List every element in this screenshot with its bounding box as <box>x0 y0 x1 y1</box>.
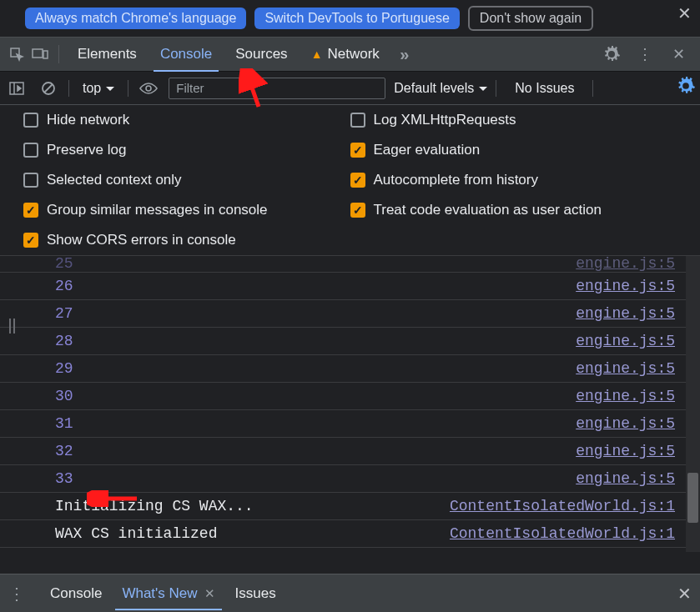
tab-network[interactable]: ▲ Network <box>300 38 391 71</box>
match-language-button[interactable]: Always match Chrome's language <box>25 8 246 29</box>
opt-label: Autocomplete from history <box>374 172 538 188</box>
log-number: 33 <box>55 470 80 487</box>
source-link[interactable]: engine.js:5 <box>576 360 675 377</box>
drawer-tab-label: What's New <box>122 585 197 602</box>
scrollbar[interactable] <box>686 256 700 552</box>
context-selector[interactable]: top <box>78 79 119 98</box>
more-tabs-icon[interactable]: » <box>391 43 415 66</box>
opt-label: Hide network <box>47 112 129 128</box>
checkbox-icon <box>23 203 38 218</box>
source-link[interactable]: engine.js:5 <box>576 388 675 404</box>
log-number: 28 <box>55 333 80 349</box>
svg-rect-2 <box>43 51 48 58</box>
gutter-handle-icon[interactable] <box>3 317 21 335</box>
divider <box>128 80 128 97</box>
source-link[interactable]: engine.js:5 <box>576 305 675 322</box>
divider <box>496 80 496 97</box>
tab-console[interactable]: Console <box>149 38 224 71</box>
sidebar-toggle-icon[interactable] <box>5 77 28 100</box>
log-row[interactable]: 32engine.js:5 <box>0 438 700 465</box>
devtools-tab-bar: Elements Console Sources ▲ Network » ⋮ ✕ <box>0 37 700 72</box>
close-devtools-icon[interactable]: ✕ <box>667 43 690 66</box>
drawer-tab-issues[interactable]: Issues <box>225 577 286 610</box>
opt-show-cors[interactable]: Show CORS errors in console <box>23 232 350 248</box>
source-link[interactable]: ContentIsolatedWorld.js:1 <box>450 498 675 514</box>
log-row[interactable]: 28engine.js:5 <box>0 328 700 355</box>
checkbox-icon <box>23 233 38 248</box>
opt-eager-eval[interactable]: Eager evaluation <box>350 142 677 158</box>
device-toolbar-icon[interactable] <box>28 43 52 66</box>
opt-log-xhr[interactable]: Log XMLHttpRequests <box>350 112 677 128</box>
log-row[interactable]: 29engine.js:5 <box>0 355 700 383</box>
source-link[interactable]: engine.js:5 <box>576 443 675 459</box>
source-link[interactable]: engine.js:5 <box>576 415 675 432</box>
language-bar: Always match Chrome's language Switch De… <box>0 0 700 37</box>
context-label: top <box>83 81 101 96</box>
log-number: 29 <box>55 360 80 377</box>
kebab-menu-icon[interactable]: ⋮ <box>633 43 657 66</box>
source-link[interactable]: engine.js:5 <box>576 255 675 272</box>
drawer-tab-console[interactable]: Console <box>40 577 112 610</box>
kebab-menu-icon[interactable]: ⋮ <box>8 584 25 604</box>
log-row[interactable]: 25 engine.js:5 <box>0 256 700 273</box>
drawer-tab-whats-new[interactable]: What's New ✕ <box>112 577 224 610</box>
source-link[interactable]: engine.js:5 <box>576 470 675 487</box>
svg-line-6 <box>44 84 53 93</box>
log-row[interactable]: 31engine.js:5 <box>0 410 700 438</box>
filter-input[interactable] <box>169 78 385 99</box>
log-level-selector[interactable]: Default levels <box>394 81 487 96</box>
opt-autocomplete[interactable]: Autocomplete from history <box>350 172 677 188</box>
opt-label: Show CORS errors in console <box>47 232 236 248</box>
switch-language-button[interactable]: Switch DevTools to Portuguese <box>254 8 459 29</box>
log-row[interactable]: WAX CS initializedContentIsolatedWorld.j… <box>0 520 700 548</box>
console-log-area: 25 engine.js:5 26engine.js:527engine.js:… <box>0 255 700 552</box>
log-number: 30 <box>55 388 80 404</box>
drawer-tab-bar: ⋮ Console What's New ✕ Issues ✕ <box>0 574 700 612</box>
opt-label: Log XMLHttpRequests <box>374 112 516 128</box>
close-icon[interactable]: ✕ <box>677 3 692 23</box>
checkbox-icon <box>350 113 365 128</box>
tab-elements[interactable]: Elements <box>66 38 149 71</box>
log-row[interactable]: 30engine.js:5 <box>0 383 700 410</box>
eye-icon[interactable] <box>137 77 160 100</box>
checkbox-icon <box>350 143 365 158</box>
close-icon[interactable]: ✕ <box>204 586 215 601</box>
source-link[interactable]: ContentIsolatedWorld.js:1 <box>450 525 675 542</box>
checkbox-icon <box>350 173 365 188</box>
divider <box>68 80 69 97</box>
source-link[interactable]: engine.js:5 <box>576 333 675 349</box>
opt-treat-user[interactable]: Treat code evaluation as user action <box>350 202 677 218</box>
chevron-down-icon <box>479 81 487 96</box>
opt-selected-ctx[interactable]: Selected context only <box>23 172 350 188</box>
log-row[interactable]: 33engine.js:5 <box>0 465 700 493</box>
source-link[interactable]: engine.js:5 <box>576 278 675 294</box>
dont-show-again-button[interactable]: Don't show again <box>468 6 593 31</box>
log-row[interactable]: 26engine.js:5 <box>0 273 700 300</box>
settings-icon[interactable] <box>600 43 623 66</box>
checkbox-icon <box>350 203 365 218</box>
opt-hide-network[interactable]: Hide network <box>23 112 350 128</box>
clear-console-icon[interactable] <box>37 77 60 100</box>
issues-count[interactable]: No Issues <box>515 81 574 96</box>
scrollbar-thumb[interactable] <box>687 473 698 523</box>
log-message: WAX CS initialized <box>55 525 217 542</box>
log-number: 27 <box>55 305 80 322</box>
checkbox-icon <box>23 113 38 128</box>
close-drawer-icon[interactable]: ✕ <box>677 584 692 604</box>
log-number: 25 <box>55 255 80 272</box>
warning-icon: ▲ <box>311 48 323 61</box>
chevron-down-icon <box>106 81 114 96</box>
opt-group-similar[interactable]: Group similar messages in console <box>23 202 350 218</box>
opt-label: Treat code evaluation as user action <box>374 202 602 218</box>
log-number: 31 <box>55 415 80 432</box>
console-settings-icon[interactable] <box>677 77 695 100</box>
inspect-icon[interactable] <box>5 43 28 66</box>
tab-network-label: Network <box>327 46 379 63</box>
opt-label: Group similar messages in console <box>47 202 268 218</box>
tab-sources[interactable]: Sources <box>224 38 299 71</box>
log-row[interactable]: 27engine.js:5 <box>0 300 700 328</box>
opt-preserve-log[interactable]: Preserve log <box>23 142 350 158</box>
opt-label: Eager evaluation <box>374 142 481 158</box>
console-settings-panel: Hide network Log XMLHttpRequests Preserv… <box>0 105 700 255</box>
log-row[interactable]: Initializing CS WAX...ContentIsolatedWor… <box>0 493 700 520</box>
